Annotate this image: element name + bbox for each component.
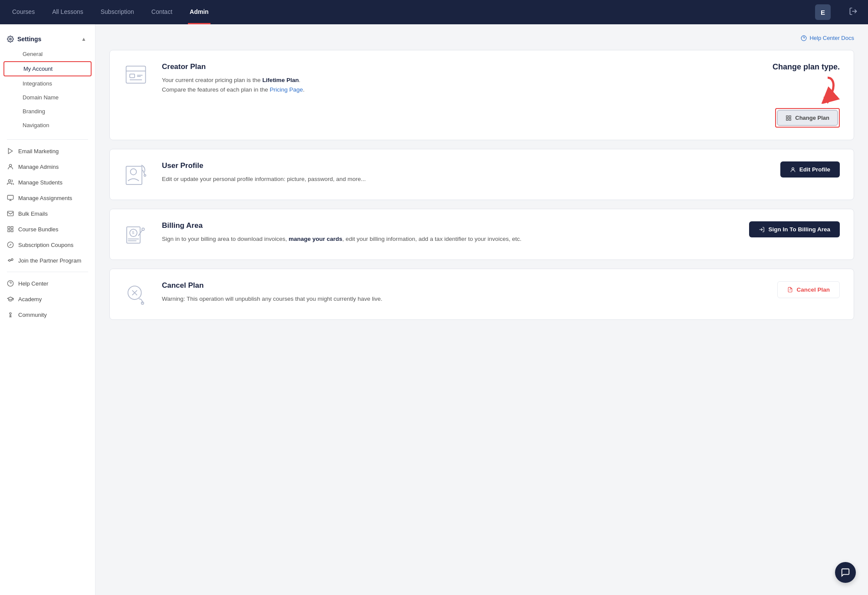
sidebar-item-community[interactable]: Community: [0, 307, 95, 322]
top-navigation: Courses All Lessons Subscription Contact…: [0, 0, 868, 24]
creator-plan-desc: Your current creator pricing plan is the…: [162, 76, 762, 94]
cancel-plan-card: Cancel Plan Warning: This operation will…: [109, 269, 854, 320]
svg-rect-9: [8, 227, 10, 229]
change-plan-icon: [786, 115, 792, 121]
svg-rect-26: [130, 74, 135, 78]
svg-rect-34: [786, 118, 788, 120]
change-plan-button[interactable]: Change Plan: [777, 110, 838, 126]
sidebar-item-integrations[interactable]: Integrations: [3, 77, 92, 90]
sidebar-item-general[interactable]: General: [3, 47, 92, 61]
billing-area-title: Billing Area: [162, 221, 739, 230]
svg-rect-24: [126, 66, 146, 83]
creator-plan-inner: Creator Plan Your current creator pricin…: [124, 62, 840, 128]
sidebar-item-navigation[interactable]: Navigation: [3, 118, 92, 132]
svg-point-4: [8, 180, 10, 182]
user-profile-card: User Profile Edit or update your persona…: [109, 149, 854, 200]
svg-point-3: [9, 164, 11, 167]
main-content: Help Center Docs Creator Plan: [95, 24, 868, 595]
settings-section[interactable]: Settings ▲: [0, 31, 95, 47]
settings-sub-items: General My Account Integrations Domain N…: [0, 47, 95, 136]
sidebar-item-manage-assignments[interactable]: Manage Assignments: [0, 190, 95, 206]
cancel-plan-icon: [787, 287, 793, 293]
billing-area-icon-area: $: [124, 221, 151, 247]
avatar[interactable]: E: [815, 4, 831, 20]
settings-title: Settings: [7, 36, 41, 43]
sidebar-item-academy[interactable]: Academy: [0, 291, 95, 307]
sidebar: Settings ▲ General My Account Integratio…: [0, 24, 95, 595]
billing-area-inner: $ Billing Area Sign in to your billing a…: [124, 221, 840, 247]
sidebar-item-bulk-emails[interactable]: Bulk Emails: [0, 206, 95, 221]
billing-area-card: $ Billing Area Sign in to your billing a…: [109, 209, 854, 260]
sidebar-item-manage-admins[interactable]: Manage Admins: [0, 159, 95, 174]
help-center-docs-link[interactable]: Help Center Docs: [109, 35, 854, 41]
svg-rect-10: [11, 227, 13, 229]
nav-admin[interactable]: Admin: [188, 0, 210, 24]
user-profile-body: User Profile Edit or update your persona…: [162, 161, 770, 184]
sidebar-item-course-bundles[interactable]: Course Bundles: [0, 221, 95, 237]
cancel-plan-button[interactable]: Cancel Plan: [777, 281, 840, 298]
creator-plan-icon-area: [124, 62, 151, 89]
user-profile-inner: User Profile Edit or update your persona…: [124, 161, 840, 187]
user-profile-desc: Edit or update your personal profile inf…: [162, 174, 770, 184]
creator-plan-body: Creator Plan Your current creator pricin…: [162, 62, 762, 94]
sidebar-item-subscription-coupons[interactable]: Subscription Coupons: [0, 237, 95, 253]
svg-point-18: [10, 312, 11, 314]
creator-plan-card: Creator Plan Your current creator pricin…: [109, 50, 854, 140]
nav-contact[interactable]: Contact: [150, 0, 174, 24]
sidebar-item-partner-program[interactable]: Join the Partner Program: [0, 253, 95, 268]
change-plan-button-box: Change Plan: [775, 108, 840, 128]
svg-rect-12: [11, 230, 13, 232]
svg-marker-31: [823, 97, 832, 104]
cancel-plan-title: Cancel Plan: [162, 281, 767, 290]
creator-plan-right: Change plan type.: [773, 62, 840, 128]
svg-point-39: [144, 174, 146, 176]
nav-subscription[interactable]: Subscription: [99, 0, 136, 24]
sidebar-item-help-center[interactable]: Help Center: [0, 276, 95, 291]
user-profile-icon-area: [124, 161, 151, 187]
edit-profile-button[interactable]: Edit Profile: [780, 161, 840, 178]
settings-chevron-icon: ▲: [81, 36, 86, 42]
sidebar-divider-2: [7, 272, 88, 272]
svg-text:$: $: [132, 230, 135, 235]
svg-rect-11: [8, 230, 10, 232]
billing-area-right: Sign In To Billing Area: [749, 221, 840, 237]
svg-point-40: [792, 168, 794, 170]
svg-rect-32: [786, 115, 788, 117]
logout-icon[interactable]: [849, 7, 858, 18]
nav-all-lessons[interactable]: All Lessons: [50, 0, 85, 24]
svg-point-14: [9, 260, 10, 261]
sidebar-item-manage-students[interactable]: Manage Students: [0, 174, 95, 190]
svg-point-1: [10, 38, 11, 40]
svg-point-46: [142, 228, 145, 230]
nav-courses[interactable]: Courses: [10, 0, 36, 24]
manage-cards-text: manage your cards: [289, 236, 342, 242]
svg-rect-8: [7, 211, 13, 216]
sidebar-item-my-account[interactable]: My Account: [3, 61, 92, 76]
sign-in-billing-icon: [759, 227, 765, 233]
sign-in-billing-button[interactable]: Sign In To Billing Area: [749, 221, 840, 237]
sidebar-item-email-marketing[interactable]: Email Marketing: [0, 143, 95, 159]
chat-bubble[interactable]: [835, 562, 856, 583]
svg-point-37: [130, 169, 136, 175]
edit-profile-icon: [790, 167, 796, 173]
creator-plan-title: Creator Plan: [162, 62, 762, 71]
user-profile-right: Edit Profile: [780, 161, 840, 178]
svg-rect-35: [789, 118, 791, 120]
change-plan-hint: Change plan type.: [773, 62, 840, 72]
svg-point-51: [141, 302, 144, 305]
pricing-page-link[interactable]: Pricing Page: [270, 86, 303, 93]
sidebar-item-branding[interactable]: Branding: [3, 105, 92, 118]
sidebar-item-domain-name[interactable]: Domain Name: [3, 91, 92, 104]
red-arrow-icon: [815, 76, 840, 104]
cancel-plan-inner: Cancel Plan Warning: This operation will…: [124, 281, 840, 307]
billing-area-desc: Sign in to your billing area to download…: [162, 234, 739, 244]
plan-name: Lifetime Plan: [262, 77, 299, 83]
svg-rect-33: [789, 115, 791, 117]
user-profile-title: User Profile: [162, 161, 770, 170]
chat-icon: [841, 568, 850, 577]
billing-area-body: Billing Area Sign in to your billing are…: [162, 221, 739, 244]
cancel-plan-desc: Warning: This operation will unpublish a…: [162, 294, 767, 304]
cancel-plan-icon-area: [124, 281, 151, 307]
svg-rect-5: [7, 195, 13, 199]
sidebar-divider: [7, 139, 88, 140]
